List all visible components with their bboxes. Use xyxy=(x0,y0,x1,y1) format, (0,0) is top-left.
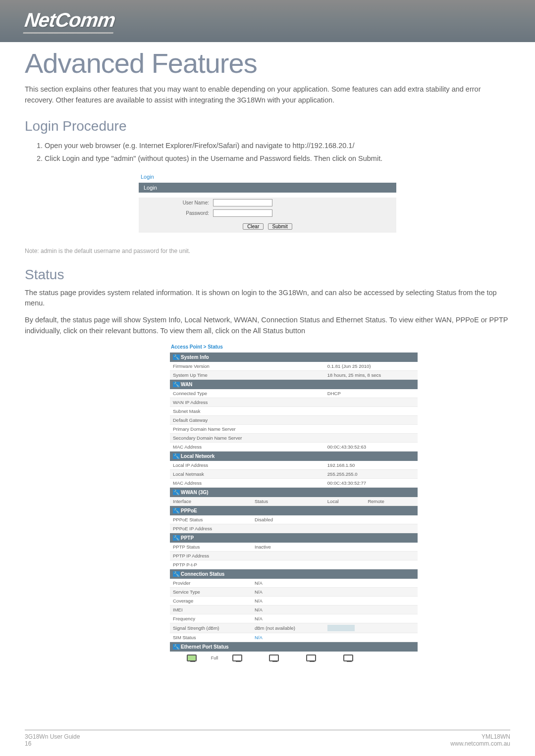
submit-button[interactable]: Submit xyxy=(268,223,292,230)
pptp-ip-label: PPTP IP Address xyxy=(170,551,252,560)
service-type-value: N/A xyxy=(252,587,418,596)
uptime-value: 18 hours, 25 mins, 8 secs xyxy=(324,370,418,379)
pppoe-status-label: PPPoE Status xyxy=(170,515,252,524)
subnet-mask-label: Subnet Mask xyxy=(170,406,324,415)
connected-type-label: Connected Type xyxy=(170,389,324,398)
wrench-icon: 🔧 xyxy=(173,354,180,360)
local-mac-value: 00:0C:43:30:52:77 xyxy=(324,478,418,487)
status-heading: Status xyxy=(25,267,510,283)
ethernet-port-icon xyxy=(269,655,279,661)
brand-logo: NetComm xyxy=(23,9,116,34)
section-pppoe: PPPoE xyxy=(181,508,197,513)
section-system-info: System Info xyxy=(181,354,209,360)
imei-value: N/A xyxy=(252,605,418,614)
local-netmask-label: Local Netmask xyxy=(170,469,324,478)
wrench-icon: 🔧 xyxy=(173,490,180,495)
password-label: Password: xyxy=(139,208,213,218)
default-gateway-label: Default Gateway xyxy=(170,415,324,424)
primary-dns-value xyxy=(324,424,418,433)
wwan-col-interface: Interface xyxy=(170,497,252,506)
secondary-dns-value xyxy=(324,433,418,442)
login-screenshot: Login Login User Name: Password: Clear S… xyxy=(139,172,396,238)
coverage-label: Coverage xyxy=(170,596,252,605)
section-pptp: PPTP xyxy=(181,535,194,541)
login-heading: Login Procedure xyxy=(25,118,510,134)
intro-paragraph: This section explains other features tha… xyxy=(25,84,510,106)
username-input[interactable] xyxy=(213,199,272,206)
imei-label: IMEI xyxy=(170,605,252,614)
ethernet-port-icon xyxy=(343,655,353,661)
username-label: User Name: xyxy=(139,198,213,208)
login-breadcrumb-link[interactable]: Login xyxy=(139,172,396,183)
section-ethernet: Ethernet Port Status xyxy=(181,644,229,650)
wrench-icon: 🔧 xyxy=(173,571,180,577)
provider-value: N/A xyxy=(252,579,418,588)
wrench-icon: 🔧 xyxy=(173,535,180,541)
subnet-mask-value xyxy=(324,406,418,415)
wwan-col-remote: Remote xyxy=(365,497,418,506)
pppoe-ip-value xyxy=(252,524,418,533)
clear-button[interactable]: Clear xyxy=(243,223,264,230)
pptp-ptp-label: PPTP P-t-P xyxy=(170,560,252,569)
signal-strength-label: Signal Strength (dBm) xyxy=(170,623,252,633)
wrench-icon: 🔧 xyxy=(173,508,180,513)
password-input[interactable] xyxy=(213,209,272,217)
status-screenshot: Access Point > Status 🔧System Info Firmw… xyxy=(170,343,418,664)
wan-mac-value: 00:0C:43:30:52:63 xyxy=(324,442,418,451)
pppoe-ip-label: PPPoE IP Address xyxy=(170,524,252,533)
ethernet-ports-row: Full xyxy=(170,652,418,664)
signal-bar-icon xyxy=(327,625,355,631)
status-breadcrumb: Access Point > Status xyxy=(170,343,418,353)
wan-mac-label: MAC Address xyxy=(170,442,324,451)
pppoe-status-value: Disabled xyxy=(252,515,418,524)
footer-model-code: YML18WN xyxy=(450,733,510,740)
section-wan: WAN xyxy=(181,382,192,387)
login-note: Note: admin is the default username and … xyxy=(25,248,510,254)
primary-dns-label: Primary Domain Name Server xyxy=(170,424,324,433)
ethernet-port-icon xyxy=(187,655,197,661)
status-paragraph-2: By default, the status page will show Sy… xyxy=(25,315,510,337)
wwan-col-status: Status xyxy=(252,497,324,506)
wrench-icon: 🔧 xyxy=(173,454,180,459)
wan-ip-label: WAN IP Address xyxy=(170,398,324,406)
frequency-label: Frequency xyxy=(170,614,252,623)
section-local-network: Local Network xyxy=(181,454,214,459)
pptp-status-value: Inactive xyxy=(252,543,418,552)
login-steps-list: Open your web browser (e.g. Internet Exp… xyxy=(45,139,510,165)
footer-guide-name: 3G18Wn User Guide xyxy=(25,733,80,740)
wwan-col-local: Local xyxy=(324,497,365,506)
service-type-label: Service Type xyxy=(170,587,252,596)
provider-label: Provider xyxy=(170,579,252,588)
section-wwan: WWAN (3G) xyxy=(181,490,209,495)
signal-strength-value: dBm (not available) xyxy=(255,625,295,631)
ethernet-port-label: Full xyxy=(211,655,218,660)
page-content: Advanced Features This section explains … xyxy=(0,42,535,664)
section-connection-status: Connection Status xyxy=(181,571,224,577)
local-ip-value: 192.168.1.50 xyxy=(324,461,418,470)
connected-type-value: DHCP xyxy=(324,389,418,398)
login-step-2: Click Login and type "admin" (without qu… xyxy=(45,152,510,165)
footer-url: www.netcomm.com.au xyxy=(450,740,510,747)
local-netmask-value: 255.255.255.0 xyxy=(324,469,418,478)
login-box-title: Login xyxy=(139,183,396,193)
local-ip-label: Local IP Address xyxy=(170,461,324,470)
coverage-value: N/A xyxy=(252,596,418,605)
frequency-value: N/A xyxy=(252,614,418,623)
ethernet-port-icon xyxy=(306,655,316,661)
secondary-dns-label: Secondary Domain Name Server xyxy=(170,433,324,442)
local-mac-label: MAC Address xyxy=(170,478,324,487)
sim-status-value: N/A xyxy=(252,633,418,642)
firmware-version-label: Firmware Version xyxy=(170,362,324,371)
pptp-ptp-value xyxy=(252,560,418,569)
wrench-icon: 🔧 xyxy=(173,382,180,387)
pptp-ip-value xyxy=(252,551,418,560)
top-brand-band: NetComm xyxy=(0,0,535,42)
uptime-label: System Up Time xyxy=(170,370,324,379)
firmware-version-value: 0.1.81 (Jun 25 2010) xyxy=(324,362,418,371)
wan-ip-value xyxy=(324,398,418,406)
page-title: Advanced Features xyxy=(25,47,510,79)
login-box-header: Login xyxy=(139,183,396,193)
ethernet-port-icon xyxy=(232,655,242,661)
pptp-status-label: PPTP Status xyxy=(170,543,252,552)
page-footer: 3G18Wn User Guide 16 YML18WN www.netcomm… xyxy=(25,730,510,747)
